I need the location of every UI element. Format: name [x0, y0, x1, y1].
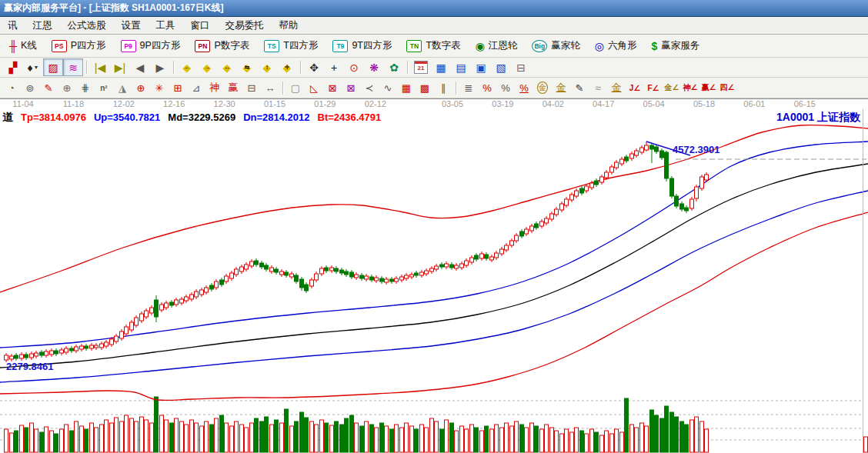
- first-bar-icon[interactable]: |◀: [90, 58, 110, 76]
- last-bar-icon-glyph: ▶|: [115, 62, 125, 74]
- gann-star-icon[interactable]: ✳: [150, 79, 169, 96]
- j-angle-icon[interactable]: J∠: [626, 79, 644, 96]
- winner-service-button[interactable]: $赢家服务: [646, 37, 706, 55]
- toolbar-separator: [407, 61, 408, 74]
- shen-angle-icon[interactable]: 神∠: [681, 79, 699, 96]
- ying-tool-icon[interactable]: 赢: [224, 79, 242, 96]
- gann-wheel-button[interactable]: ◉江恩轮: [469, 37, 524, 55]
- 9p-square-button[interactable]: P99P四方形: [115, 37, 187, 55]
- p-square-button[interactable]: PSP四方形: [45, 37, 112, 55]
- expand-v-icon[interactable]: ◆↕: [257, 58, 277, 76]
- title-bar[interactable]: 赢家内部服务平台] - [上证指数 SH1A0001-167日K线]: [0, 0, 868, 17]
- save-icon[interactable]: ▣: [471, 58, 491, 76]
- image-export-icon[interactable]: ▧: [491, 58, 511, 76]
- ying-angle-icon[interactable]: 赢∠: [699, 79, 718, 96]
- gold-section-icon[interactable]: 金: [552, 79, 570, 96]
- box-fan-icon[interactable]: ⊠: [323, 79, 342, 96]
- notes-icon[interactable]: ▤: [451, 58, 471, 76]
- grid-box-icon[interactable]: ▩: [416, 79, 434, 96]
- zoom-icon-glyph: ⊙: [349, 62, 359, 74]
- t-square-button[interactable]: TST四方形: [258, 37, 324, 55]
- parallel-lines-icon[interactable]: ∥: [434, 79, 452, 96]
- date-tick-03-05: 03-05: [442, 99, 463, 108]
- n2-icon[interactable]: n²: [95, 79, 113, 96]
- 9p-square-button-label: 9P四方形: [140, 39, 181, 52]
- t-table-button[interactable]: TNT数字表: [400, 37, 466, 55]
- select-box-icon[interactable]: ▢: [286, 79, 305, 96]
- prev-bar-icon[interactable]: ◀: [130, 58, 150, 76]
- p-table-button[interactable]: PNP数字表: [189, 37, 255, 55]
- next-bar-icon[interactable]: ▶: [150, 58, 170, 76]
- f-angle-icon[interactable]: F∠: [644, 79, 663, 96]
- chart-type-icon[interactable]: ▞: [3, 58, 23, 76]
- shen-tool-icon[interactable]: 神: [205, 79, 224, 96]
- gann-wheel-small-icon[interactable]: ⊕: [58, 79, 76, 96]
- kline-view-icon[interactable]: ▨: [43, 58, 63, 76]
- price-scale-icon[interactable]: ≣: [459, 79, 478, 96]
- calculator-icon[interactable]: ▦: [431, 58, 451, 76]
- angle-measure-icon[interactable]: ⊿: [187, 79, 205, 96]
- pen-tool-icon[interactable]: ✎: [570, 79, 589, 96]
- zoom-icon[interactable]: ⊙: [344, 58, 364, 76]
- print-icon-glyph: ⊟: [516, 62, 526, 74]
- width-measure-icon[interactable]: ↔: [261, 79, 279, 96]
- ray-lines-icon[interactable]: ≺: [360, 79, 379, 96]
- cycle-tool-icon[interactable]: ✿: [384, 58, 404, 76]
- gold-angle-icon[interactable]: 金∠: [663, 79, 681, 96]
- toolbar-separator: [282, 82, 283, 95]
- kline-view-icon-glyph: ▨: [48, 62, 58, 74]
- grid-red-icon[interactable]: ▦: [397, 79, 416, 96]
- menu-江恩[interactable]: 江恩: [25, 17, 60, 34]
- menu-工具[interactable]: 工具: [149, 17, 183, 34]
- candle-style-icon[interactable]: ♦▼: [23, 58, 43, 76]
- candle-style-icon-caret: ▼: [34, 65, 39, 70]
- gann-grid-icon[interactable]: ⊞: [169, 79, 187, 96]
- crosshair-icon[interactable]: +: [324, 58, 344, 76]
- 9t-square-button[interactable]: T99T四方形: [326, 37, 398, 55]
- kline-button[interactable]: ╫K线: [3, 37, 43, 55]
- wave-band-icon[interactable]: ≈: [589, 79, 607, 96]
- p-table-button-label: P数字表: [214, 39, 249, 52]
- winner-wheel-button[interactable]: Big赢家轮: [526, 37, 586, 55]
- expand-h-icon[interactable]: ◆↔: [217, 58, 237, 76]
- menu-公式选股[interactable]: 公式选股: [60, 17, 114, 34]
- ruler-ticks-icon[interactable]: ⋕: [76, 79, 95, 96]
- brush-icon[interactable]: ✎: [39, 79, 58, 96]
- spiral-icon[interactable]: ◔: [2, 79, 21, 96]
- expand-all-icon[interactable]: ◆✛: [277, 58, 297, 76]
- percent-line-icon[interactable]: %: [515, 79, 533, 96]
- fan-lines-icon[interactable]: ◺: [305, 79, 323, 96]
- gold-underline-icon[interactable]: 金: [607, 79, 626, 96]
- si-angle-icon[interactable]: 四∠: [718, 79, 736, 96]
- mirror-icon[interactable]: ◮: [113, 79, 132, 96]
- ruler-123-icon-glyph: ⊟: [248, 82, 256, 94]
- menu-帮助[interactable]: 帮助: [272, 17, 306, 34]
- hexagon-button[interactable]: ◎六角形: [589, 37, 643, 55]
- menu-讯[interactable]: 讯: [0, 17, 25, 34]
- menu-设置[interactable]: 设置: [114, 17, 149, 34]
- n2-icon-glyph: n²: [100, 84, 107, 92]
- shift-left-icon[interactable]: ◆←: [177, 58, 197, 76]
- percent-retrace-icon[interactable]: %: [478, 79, 496, 96]
- gann-tool-icon[interactable]: ❋: [364, 58, 384, 76]
- coil-icon[interactable]: ⊚: [21, 79, 39, 96]
- menu-交易委托[interactable]: 交易委托: [218, 17, 272, 34]
- menu-窗口[interactable]: 窗口: [183, 17, 218, 34]
- compress-h-icon[interactable]: ◆⇆: [237, 58, 257, 76]
- indicator-view-icon[interactable]: ≋: [63, 58, 83, 76]
- t-square-button-label: T四方形: [283, 39, 318, 52]
- print-icon[interactable]: ⊟: [511, 58, 531, 76]
- pan-hand-icon[interactable]: ✥: [304, 58, 324, 76]
- box-fan-alt-icon[interactable]: ⊠: [342, 79, 360, 96]
- ruler-123-icon[interactable]: ⊟: [242, 79, 261, 96]
- gold-circle-icon[interactable]: 金: [533, 79, 552, 96]
- chart-canvas[interactable]: [0, 109, 868, 453]
- pan-hand-icon-glyph: ✥: [309, 62, 319, 74]
- shift-right-icon[interactable]: ◆→: [197, 58, 217, 76]
- last-bar-icon[interactable]: ▶|: [110, 58, 130, 76]
- percent-icon[interactable]: %: [496, 79, 515, 96]
- calendar-icon[interactable]: 21: [411, 58, 431, 76]
- gann-circle-icon[interactable]: ⊕: [132, 79, 150, 96]
- chart-area[interactable]: 道 Tp=3814.0976Up=3540.7821Md=3229.5269Dn…: [0, 109, 868, 453]
- wave-icon[interactable]: ∿: [379, 79, 397, 96]
